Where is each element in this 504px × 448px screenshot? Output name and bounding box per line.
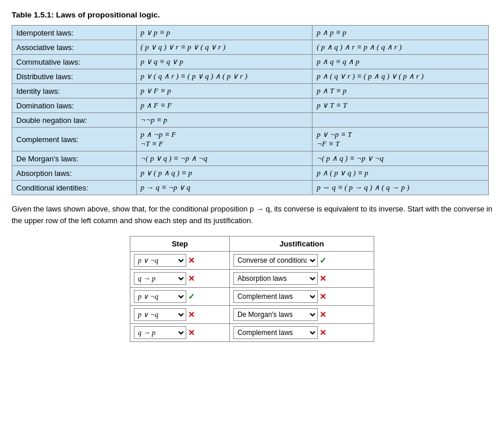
step-status-1: ✕ [188,274,195,283]
just-select-3[interactable]: Converse of conditionalAbsorption lawsCo… [233,308,318,321]
step-select-0[interactable]: p ∨ ¬qq → pp ∧ ¬q¬p ∨ qp → q [134,254,186,267]
table-title: Table 1.5.1: Laws of propositional logic… [12,10,492,19]
law-formula-2: ( p ∧ q ) ∧ r ≡ p ∧ ( q ∧ r ) [313,40,489,55]
law-formula-2: p ∧ T ≡ p [313,84,489,98]
law-formula-1: p ∨ ( q ∧ r ) ≡ ( p ∨ q ) ∧ ( p ∨ r ) [136,69,313,84]
law-formula-2: p ∧ ( q ∨ r ) ≡ ( p ∧ q ) ∨ ( p ∧ r ) [313,69,489,84]
just-select-4[interactable]: Converse of conditionalAbsorption lawsCo… [233,326,318,339]
step-cell: p ∨ ¬qq → pp ∧ ¬q¬p ∨ qp → q✕ [130,252,230,270]
law-formula-1: p ∨ q ≡ q ∨ p [136,55,313,69]
laws-table: Idempotent laws:p ∨ p ≡ pp ∧ p ≡ pAssoci… [12,25,489,195]
law-formula-2 [313,113,489,128]
step-status-2: ✓ [188,292,195,301]
justification-header: Justification [229,237,374,252]
law-formula-2: p ∧ q ≡ q ∧ p [313,55,489,69]
steps-container: Step Justification p ∨ ¬qq → pp ∧ ¬q¬p ∨… [12,236,492,342]
law-formula-1: ¬¬p ≡ p [136,113,313,128]
just-select-1[interactable]: Converse of conditionalAbsorption lawsCo… [233,272,318,285]
law-name: Double negation law: [12,113,137,128]
law-formula-1: p ∧ F ≡ F [136,98,313,113]
law-name: Associative laws: [12,40,137,55]
step-select-3[interactable]: p ∨ ¬qq → pp ∧ ¬q¬p ∨ qp → q [134,308,186,321]
step-cell: p ∨ ¬qq → pp ∧ ¬q¬p ∨ qp → q✕ [130,270,230,288]
law-formula-2: p ↔ q ≡ ( p → q ) ∧ ( q → p ) [313,181,489,195]
law-formula-2: p ∨ T ≡ T [313,98,489,113]
law-formula-1: p ∧ ¬p ≡ F¬T ≡ F [136,128,313,151]
law-name: Distributive laws: [12,69,137,84]
step-select-2[interactable]: p ∨ ¬qq → pp ∧ ¬q¬p ∨ qp → q [134,290,186,303]
just-cell: Converse of conditionalAbsorption lawsCo… [229,288,374,306]
law-formula-1: p ∨ p ≡ p [136,26,313,40]
just-select-2[interactable]: Converse of conditionalAbsorption lawsCo… [233,290,318,303]
law-formula-2: p ∧ ( p ∨ q ) ≡ p [313,166,489,181]
law-name: Idempotent laws: [12,26,137,40]
law-formula-1: ¬( p ∨ q ) ≡ ¬p ∧ ¬q [136,151,313,166]
step-status-4: ✕ [188,328,195,337]
just-status-4: ✕ [320,328,326,337]
just-select-0[interactable]: Converse of conditionalAbsorption lawsCo… [233,254,318,267]
just-cell: Converse of conditionalAbsorption lawsCo… [229,306,374,324]
law-name: Absorption laws: [12,166,137,181]
step-select-1[interactable]: p ∨ ¬qq → pp ∧ ¬q¬p ∨ qp → q [134,272,186,285]
step-select-4[interactable]: p ∨ ¬qq → pp ∧ ¬q¬p ∨ qp → q [134,326,186,339]
description-text: Given the laws shown above, show that, f… [12,203,492,227]
law-formula-2: p ∨ ¬p ≡ T¬F ≡ T [313,128,489,151]
step-cell: p ∨ ¬qq → pp ∧ ¬q¬p ∨ qp → q✕ [130,324,230,342]
step-status-0: ✕ [188,256,195,265]
just-status-3: ✕ [320,310,326,319]
law-formula-1: p ∨ ( p ∧ q ) ≡ p [136,166,313,181]
law-name: Domination laws: [12,98,137,113]
step-status-3: ✕ [188,310,195,319]
law-formula-1: p → q ≡ ¬p ∨ q [136,181,313,195]
law-formula-2: ¬( p ∧ q ) ≡ ¬p ∨ ¬q [313,151,489,166]
law-formula-2: p ∧ p ≡ p [313,26,489,40]
law-formula-1: ( p ∨ q ) ∨ r ≡ p ∨ ( q ∨ r ) [136,40,313,55]
just-status-1: ✕ [320,274,326,283]
just-cell: Converse of conditionalAbsorption lawsCo… [229,324,374,342]
step-cell: p ∨ ¬qq → pp ∧ ¬q¬p ∨ qp → q✕ [130,306,230,324]
just-cell: Converse of conditionalAbsorption lawsCo… [229,252,374,270]
law-name: Commutative laws: [12,55,137,69]
step-header: Step [130,237,230,252]
just-status-0: ✓ [320,256,326,265]
steps-table: Step Justification p ∨ ¬qq → pp ∧ ¬q¬p ∨… [130,236,374,342]
law-name: De Morgan's laws: [12,151,137,166]
step-cell: p ∨ ¬qq → pp ∧ ¬q¬p ∨ qp → q✓ [130,288,230,306]
law-name: Identity laws: [12,84,137,98]
just-cell: Converse of conditionalAbsorption lawsCo… [229,270,374,288]
law-name: Complement laws: [12,128,137,151]
law-name: Conditional identities: [12,181,137,195]
just-status-2: ✕ [320,292,326,301]
law-formula-1: p ∨ F ≡ p [136,84,313,98]
